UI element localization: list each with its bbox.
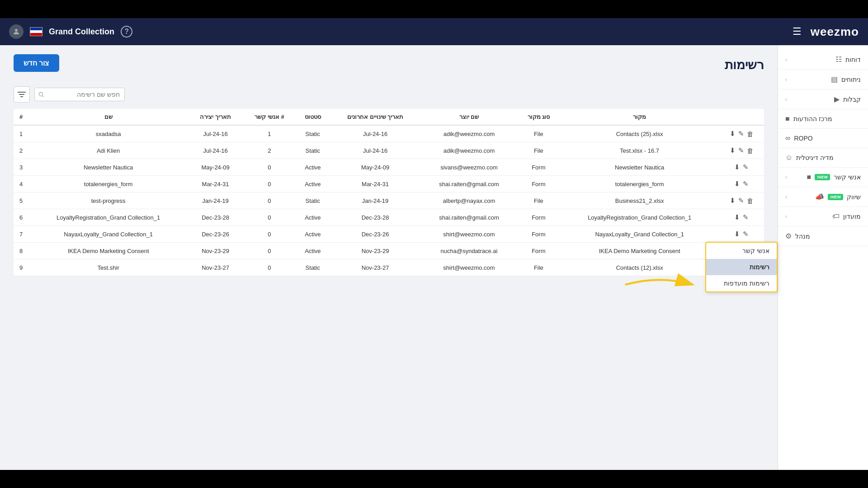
- chevron-right-icon5: ›: [785, 194, 787, 200]
- row-name: Newsletter Nautica: [28, 159, 188, 176]
- row-num: 1: [14, 125, 28, 142]
- edit-icon[interactable]: ✎: [743, 180, 749, 188]
- hamburger-icon[interactable]: ☰: [793, 26, 802, 38]
- col-source: מקור: [560, 109, 719, 125]
- sidebar-item-contacts-label: אנשי קשר: [834, 174, 861, 181]
- delete-icon[interactable]: 🗑: [747, 147, 754, 155]
- row-name: totalenergies_form: [28, 176, 188, 192]
- row-actions: 🗑 ✎ ⬇: [719, 142, 764, 159]
- col-last-changed: תאריך שינויים אחרונים: [330, 109, 421, 125]
- edit-icon[interactable]: ✎: [743, 213, 749, 221]
- receipt-icon: ▶: [834, 95, 840, 103]
- sidebar-item-reports-label: דוחות: [845, 56, 861, 63]
- row-actions: 🗑 ✎ ⬇: [719, 192, 764, 209]
- row-last-changed: Dec-23-28: [330, 209, 421, 226]
- row-source: Contacts (25).xlsx: [560, 125, 719, 142]
- row-created: Jul-24-16: [188, 142, 243, 159]
- sidebar-item-admin[interactable]: מנהל ⚙: [778, 226, 868, 246]
- help-button[interactable]: ?: [121, 26, 132, 38]
- row-name: Test.shir: [28, 259, 188, 276]
- row-contacts: 0: [243, 259, 296, 276]
- page-heading: רשימות: [725, 57, 764, 72]
- row-actions: ✎ ⬇: [719, 226, 764, 243]
- delete-icon[interactable]: 🗑: [747, 130, 754, 138]
- row-creator: shirt@weezmo.com: [421, 226, 517, 243]
- contacts-icon: ■: [807, 173, 811, 181]
- row-created: Jul-24-16: [188, 125, 243, 142]
- edit-icon[interactable]: ✎: [738, 146, 744, 155]
- download-icon[interactable]: ⬇: [730, 197, 736, 205]
- row-source-type: Form: [517, 243, 560, 259]
- row-last-changed: May-24-09: [330, 159, 421, 176]
- row-source-type: File: [517, 125, 560, 142]
- delete-icon[interactable]: 🗑: [747, 197, 754, 205]
- row-status: Active: [296, 159, 330, 176]
- sidebar-item-messages[interactable]: מרכז ההודעות ■: [778, 109, 868, 129]
- new-button[interactable]: צור חדש: [14, 54, 59, 72]
- sidebar-item-reports[interactable]: דוחות ☷ ›: [778, 50, 868, 70]
- edit-icon[interactable]: ✎: [743, 230, 749, 238]
- submenu-favorites[interactable]: רשימות מועדפות: [706, 275, 777, 291]
- col-source-type: סוג מקור: [517, 109, 560, 125]
- filter-button[interactable]: [14, 86, 30, 103]
- col-actions: [719, 109, 764, 125]
- download-icon[interactable]: ⬇: [730, 146, 736, 155]
- row-name: test-progress: [28, 192, 188, 209]
- topbar: Grand Collection ? ☰ weezmo: [0, 18, 868, 45]
- download-icon[interactable]: ⬇: [734, 163, 740, 171]
- sidebar-item-contacts[interactable]: אנשי קשר NEW! ■ ›: [778, 168, 868, 187]
- row-created: May-24-09: [188, 159, 243, 176]
- download-icon[interactable]: ⬇: [734, 213, 740, 221]
- grid-icon: ☷: [835, 55, 842, 64]
- table-row: ✎ ⬇ NayaxLoyalty_Grand Collection_1 Form…: [14, 226, 764, 243]
- row-num: 8: [14, 243, 28, 259]
- flag-icon: [30, 27, 42, 36]
- row-status: Active: [296, 243, 330, 259]
- submenu-lists[interactable]: רשימות: [706, 259, 777, 275]
- sidebar-item-ropo[interactable]: ROPO ∞: [778, 129, 868, 148]
- download-icon[interactable]: ⬇: [730, 130, 736, 138]
- table-row: ✎ ⬇ Newsletter Nautica Form sivans@weezm…: [14, 159, 764, 176]
- sidebar-item-analytics[interactable]: ניתוחים ▤ ›: [778, 70, 868, 89]
- sidebar-item-marketing[interactable]: שיווק NEW! 📣 ›: [778, 187, 868, 207]
- data-table: מקור סוג מקור שם יוצר תאריך שינויים אחרו…: [14, 109, 764, 276]
- row-actions: ✎ ⬇: [719, 209, 764, 226]
- row-last-changed: Dec-23-26: [330, 226, 421, 243]
- row-name: NayaxLoyalty_Grand Collection_1: [28, 226, 188, 243]
- row-status: Static: [296, 125, 330, 142]
- col-contacts: # אנשי קשר: [243, 109, 296, 125]
- download-icon[interactable]: ⬇: [734, 230, 740, 238]
- search-input[interactable]: [34, 88, 125, 101]
- row-status: Active: [296, 226, 330, 243]
- row-created: Jan-24-19: [188, 192, 243, 209]
- row-num: 3: [14, 159, 28, 176]
- download-icon[interactable]: ⬇: [734, 180, 740, 188]
- sidebar-item-receipts[interactable]: קבלות ▶ ›: [778, 89, 868, 109]
- right-sidebar: דוחות ☷ › ניתוחים ▤ › קבלות ▶ › מרכז ההו…: [778, 45, 868, 488]
- row-contacts: 2: [243, 142, 296, 159]
- edit-icon[interactable]: ✎: [738, 197, 744, 205]
- edit-icon[interactable]: ✎: [738, 130, 744, 138]
- edit-icon[interactable]: ✎: [743, 163, 749, 171]
- row-source: Test.xlsx - 16.7: [560, 142, 719, 159]
- sidebar-item-club-label: מועדון: [843, 213, 861, 220]
- row-created: Mar-24-31: [188, 176, 243, 192]
- row-creator: nucha@syndatrace.ai: [421, 243, 517, 259]
- row-status: Static: [296, 142, 330, 159]
- col-num: #: [14, 109, 28, 125]
- row-num: 5: [14, 192, 28, 209]
- user-avatar[interactable]: [9, 24, 24, 39]
- table-row: 🗑 ✎ ⬇ Business21_2.xlsx File albertp@nay…: [14, 192, 764, 209]
- row-actions: ✎ ⬇: [719, 159, 764, 176]
- table-row: 🗑 ✎ ⬇ Contacts (25).xlsx File adik@weezm…: [14, 125, 764, 142]
- row-source: LoyaltyRegistration_Grand Collection_1: [560, 209, 719, 226]
- svg-point-0: [15, 29, 18, 32]
- row-name: LoyaltyRegistration_Grand Collection_1: [28, 209, 188, 226]
- row-contacts: 0: [243, 209, 296, 226]
- submenu-contacts[interactable]: אנשי קשר: [706, 243, 777, 259]
- main-layout: רשימות צור חדש מקור סוג מקור שם יוצר תאר: [0, 45, 868, 488]
- sidebar-item-receipts-label: קבלות: [843, 96, 861, 103]
- sidebar-item-club[interactable]: מועדון 🏷 ›: [778, 207, 868, 226]
- sidebar-item-digital-media[interactable]: מדיה דיגיטלית ☺: [778, 148, 868, 168]
- row-source: NayaxLoyalty_Grand Collection_1: [560, 226, 719, 243]
